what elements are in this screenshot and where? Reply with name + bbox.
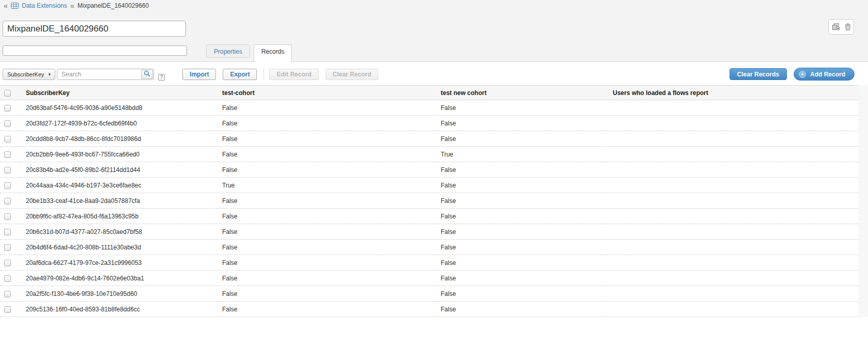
table-row[interactable]: 209c5136-16f0-40ed-8593-81b8fe8dd6cc Fal… [0, 302, 858, 317]
row-checkbox[interactable] [4, 120, 11, 127]
cell-test-cohort: False [217, 255, 436, 271]
tab-properties-label: Properties [214, 48, 242, 55]
records-table-body: 20d63baf-5476-4c95-9036-a90e5148bdd8 Fal… [0, 100, 858, 317]
import-button[interactable]: Import [182, 69, 216, 80]
row-checkbox[interactable] [4, 306, 11, 313]
row-checkbox[interactable] [4, 213, 11, 220]
clear-records-button[interactable]: Clear Records [730, 68, 787, 80]
help-icon[interactable]: ? [158, 74, 165, 81]
cell-test-new-cohort: False [436, 100, 608, 116]
page-header: « Data Extensions « MixpanelDE_164002966… [0, 0, 868, 62]
cell-test-cohort: False [217, 286, 436, 302]
column-header-test-new-cohort[interactable]: test new cohort [436, 86, 608, 100]
cell-test-new-cohort: False [436, 240, 608, 255]
table-row[interactable]: 20be1b33-ceaf-41ce-8aa9-2da057887cfa Fal… [0, 193, 858, 209]
column-header-test-cohort[interactable]: test-cohort [217, 86, 436, 100]
row-checkbox[interactable] [4, 105, 11, 112]
row-checkbox[interactable] [4, 260, 11, 266]
toolbar-right-actions: Clear Records + Add Record [730, 68, 855, 81]
table-row[interactable]: 20c83b4b-ad2e-45f0-89b2-6f2114dd1d44 Fal… [0, 162, 858, 178]
search-icon [144, 70, 150, 78]
cell-flows-report [608, 178, 858, 193]
table-right-gutter [858, 85, 868, 317]
cell-test-cohort: False [217, 116, 436, 131]
back-chevron-icon[interactable]: « [4, 3, 8, 9]
data-extension-grid-icon [11, 3, 19, 9]
records-table: SubscriberKey test-cohort test new cohor… [0, 85, 858, 317]
table-row[interactable]: 20cb2bb9-9ee6-493f-bc67-755fcca66ed0 Fal… [0, 147, 858, 162]
table-row[interactable]: 20b6c31d-b07d-4377-a027-85c0aed7bf58 Fal… [0, 224, 858, 240]
table-row[interactable]: 20bb9f6c-af82-47ea-805d-f6a13963c95b Fal… [0, 209, 858, 224]
cell-test-cohort: True [217, 178, 436, 193]
cell-flows-report [608, 193, 858, 209]
tab-properties[interactable]: Properties [206, 44, 250, 58]
table-row[interactable]: 20af6dca-6627-4179-97ce-2a31c9996053 Fal… [0, 255, 858, 271]
cell-subscriber-key: 20b6c31d-b07d-4377-a027-85c0aed7bf58 [21, 224, 217, 240]
search-button[interactable] [141, 70, 153, 79]
edit-record-button[interactable]: Edit Record [269, 69, 318, 80]
row-checkbox[interactable] [4, 229, 11, 235]
cell-flows-report [608, 286, 858, 302]
row-checkbox[interactable] [4, 275, 11, 282]
search-field-dropdown-value: SubscriberKey [7, 71, 44, 77]
cell-test-cohort: False [217, 224, 436, 240]
copy-icon[interactable] [832, 23, 840, 30]
plus-icon: + [799, 71, 806, 78]
records-table-container: SubscriberKey test-cohort test new cohor… [0, 85, 868, 317]
toolbar-divider [264, 69, 264, 80]
description-input[interactable] [3, 45, 187, 56]
header-actions [828, 19, 854, 35]
cell-flows-report [608, 240, 858, 255]
table-row[interactable]: 20cdd8b8-9cb7-48db-86cc-8fdc7018986d Fal… [0, 131, 858, 147]
cell-subscriber-key: 20cb2bb9-9ee6-493f-bc67-755fcca66ed0 [21, 147, 217, 162]
cell-subscriber-key: 20c44aaa-434c-4946-b197-3e3ce6fae8ec [21, 178, 217, 193]
add-record-button[interactable]: + Add Record [794, 68, 855, 81]
clear-record-button[interactable]: Clear Record [326, 69, 379, 80]
add-record-label: Add Record [810, 71, 845, 78]
cell-subscriber-key: 20d63baf-5476-4c95-9036-a90e5148bdd8 [21, 100, 217, 116]
row-checkbox[interactable] [4, 167, 11, 174]
cell-test-cohort: False [217, 193, 436, 209]
row-checkbox[interactable] [4, 151, 11, 158]
table-header-row: SubscriberKey test-cohort test new cohor… [0, 86, 858, 100]
cell-test-new-cohort: False [436, 116, 608, 131]
row-checkbox[interactable] [4, 182, 11, 189]
cell-flows-report [608, 224, 858, 240]
cell-subscriber-key: 20ae4979-082e-4db6-9c14-7602e6e03ba1 [21, 271, 217, 286]
column-header-flows-report[interactable]: Users who loaded a flows report [608, 86, 858, 100]
cell-subscriber-key: 20c83b4b-ad2e-45f0-89b2-6f2114dd1d44 [21, 162, 217, 178]
row-checkbox[interactable] [4, 198, 11, 205]
cell-subscriber-key: 20af6dca-6627-4179-97ce-2a31c9996053 [21, 255, 217, 271]
name-input[interactable] [3, 21, 186, 37]
table-row[interactable]: 20d3fd27-172f-4939-b72c-6cfedb69f4b0 Fal… [0, 116, 858, 131]
table-row[interactable]: 20c44aaa-434c-4946-b197-3e3ce6fae8ec Tru… [0, 178, 858, 193]
search-box [57, 69, 154, 80]
cell-test-new-cohort: True [436, 147, 608, 162]
breadcrumb-link-data-extensions[interactable]: Data Extensions [22, 2, 67, 9]
table-row[interactable]: 20b4d6f4-6dad-4c20-808b-1111e30abe3d Fal… [0, 240, 858, 255]
search-field-dropdown[interactable]: SubscriberKey ▾ [3, 69, 55, 80]
row-checkbox[interactable] [4, 136, 11, 143]
cell-test-cohort: False [217, 209, 436, 224]
cell-test-new-cohort: False [436, 302, 608, 317]
search-input[interactable] [57, 69, 154, 80]
table-row[interactable]: 20d63baf-5476-4c95-9036-a90e5148bdd8 Fal… [0, 100, 858, 116]
row-checkbox[interactable] [4, 244, 11, 251]
select-all-checkbox[interactable] [4, 90, 11, 97]
column-header-subscriber-key[interactable]: SubscriberKey [21, 86, 217, 100]
tab-records[interactable]: Records [254, 44, 292, 62]
cell-subscriber-key: 20d3fd27-172f-4939-b72c-6cfedb69f4b0 [21, 116, 217, 131]
breadcrumb-separator-icon: « [70, 3, 74, 9]
export-button[interactable]: Export [223, 69, 257, 80]
cell-flows-report [608, 147, 858, 162]
cell-flows-report [608, 162, 858, 178]
table-row[interactable]: 20ae4979-082e-4db6-9c14-7602e6e03ba1 Fal… [0, 271, 858, 286]
cell-test-cohort: False [217, 147, 436, 162]
cell-test-cohort: False [217, 302, 436, 317]
trash-icon[interactable] [845, 23, 851, 30]
cell-test-cohort: False [217, 100, 436, 116]
cell-test-new-cohort: False [436, 255, 608, 271]
table-row[interactable]: 20a2f5fc-f130-4be6-9f38-10e710e95d60 Fal… [0, 286, 858, 302]
cell-flows-report [608, 209, 858, 224]
row-checkbox[interactable] [4, 291, 11, 297]
